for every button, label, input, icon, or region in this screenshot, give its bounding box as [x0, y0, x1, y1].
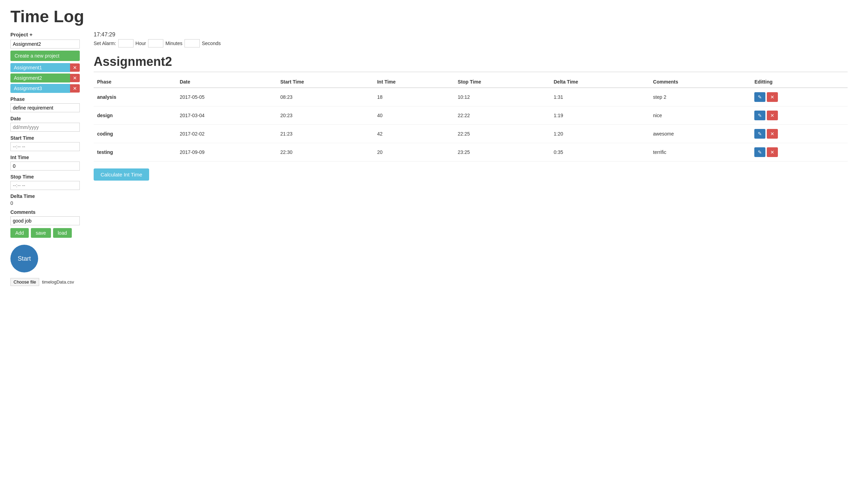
- start-time-label: Start Time: [10, 135, 80, 141]
- int-time-input[interactable]: [10, 162, 80, 171]
- app-title: Time Log: [10, 7, 848, 26]
- project-item: Assignment3✕: [10, 84, 80, 93]
- cell-phase: analysis: [94, 88, 176, 106]
- date-input[interactable]: [10, 123, 80, 132]
- delta-time-label: Delta Time: [10, 193, 80, 199]
- project-name-input[interactable]: [10, 40, 80, 49]
- project-delete-button-0[interactable]: ✕: [70, 63, 80, 72]
- stop-time-input[interactable]: [10, 181, 80, 190]
- delta-time-value: 0: [10, 200, 80, 206]
- cell-start_time: 21:23: [277, 125, 374, 143]
- action-cell: ✎✕: [751, 125, 848, 143]
- delete-button-1[interactable]: ✕: [767, 111, 778, 120]
- start-button[interactable]: Start: [10, 245, 38, 272]
- project-delete-button-1[interactable]: ✕: [70, 74, 80, 82]
- cell-delta_time: 0:35: [550, 143, 650, 162]
- project-title: Assignment2: [94, 54, 848, 72]
- cell-stop_time: 10:12: [454, 88, 550, 106]
- cell-int_time: 18: [374, 88, 454, 106]
- action-cell: ✎✕: [751, 106, 848, 125]
- alarm-hour-input[interactable]: [118, 39, 134, 47]
- calculate-int-time-button[interactable]: Calculate Int Time: [94, 168, 149, 181]
- phase-label: Phase: [10, 96, 80, 102]
- edit-button-3[interactable]: ✎: [754, 147, 765, 157]
- cell-stop_time: 22:25: [454, 125, 550, 143]
- cell-date: 2017-05-05: [176, 88, 277, 106]
- comments-input[interactable]: [10, 216, 80, 225]
- project-select-button-0[interactable]: Assignment1: [10, 63, 70, 72]
- cell-comments: step 2: [650, 88, 751, 106]
- table-header-phase: Phase: [94, 76, 176, 88]
- alarm-row: Set Alarm: Hour Minutes Seconds: [94, 39, 848, 47]
- seconds-label: Seconds: [202, 41, 221, 46]
- add-button[interactable]: Add: [10, 228, 29, 238]
- cell-start_time: 22:30: [277, 143, 374, 162]
- cell-start_time: 20:23: [277, 106, 374, 125]
- table-header-delta-time: Delta Time: [550, 76, 650, 88]
- cell-phase: design: [94, 106, 176, 125]
- phase-input[interactable]: [10, 103, 80, 112]
- table-header-editting: Editting: [751, 76, 848, 88]
- main-content: 17:47:29 Set Alarm: Hour Minutes Seconds…: [94, 32, 848, 181]
- alarm-seconds-input[interactable]: [185, 39, 200, 47]
- start-time-input[interactable]: [10, 142, 80, 151]
- project-section-title: Project +: [10, 32, 80, 37]
- cell-delta_time: 1:19: [550, 106, 650, 125]
- table-header-row: PhaseDateStart TimeInt TimeStop TimeDelt…: [94, 76, 848, 88]
- cell-int_time: 42: [374, 125, 454, 143]
- project-list: Assignment1✕Assignment2✕Assignment3✕: [10, 63, 80, 93]
- bottom-buttons: Add save load: [10, 228, 80, 238]
- table-header-date: Date: [176, 76, 277, 88]
- cell-comments: awesome: [650, 125, 751, 143]
- project-item: Assignment2✕: [10, 73, 80, 82]
- edit-button-0[interactable]: ✎: [754, 92, 765, 102]
- cell-start_time: 08:23: [277, 88, 374, 106]
- cell-int_time: 20: [374, 143, 454, 162]
- delete-button-3[interactable]: ✕: [767, 147, 778, 157]
- alarm-label: Set Alarm:: [94, 41, 116, 46]
- table-header-start-time: Start Time: [277, 76, 374, 88]
- choose-file-button[interactable]: Choose file: [10, 278, 39, 286]
- table-body: analysis2017-05-0508:231810:121:31step 2…: [94, 88, 848, 162]
- action-cell: ✎✕: [751, 88, 848, 106]
- cell-date: 2017-02-02: [176, 125, 277, 143]
- cell-stop_time: 23:25: [454, 143, 550, 162]
- sidebar: Project + Create a new project Assignmen…: [10, 32, 80, 286]
- table-row: coding2017-02-0221:234222:251:20awesome✎…: [94, 125, 848, 143]
- table-header-int-time: Int Time: [374, 76, 454, 88]
- delete-button-0[interactable]: ✕: [767, 92, 778, 102]
- table-header-stop-time: Stop Time: [454, 76, 550, 88]
- delete-button-2[interactable]: ✕: [767, 129, 778, 139]
- cell-date: 2017-03-04: [176, 106, 277, 125]
- load-button[interactable]: load: [53, 228, 72, 238]
- cell-phase: coding: [94, 125, 176, 143]
- clock-display: 17:47:29: [94, 32, 848, 38]
- time-log-table: PhaseDateStart TimeInt TimeStop TimeDelt…: [94, 76, 848, 162]
- table-header-comments: Comments: [650, 76, 751, 88]
- project-item: Assignment1✕: [10, 63, 80, 72]
- save-button[interactable]: save: [31, 228, 51, 238]
- date-label: Date: [10, 116, 80, 121]
- table-row: analysis2017-05-0508:231810:121:31step 2…: [94, 88, 848, 106]
- edit-button-2[interactable]: ✎: [754, 129, 765, 139]
- table-row: design2017-03-0420:234022:221:19nice✎✕: [94, 106, 848, 125]
- project-select-button-1[interactable]: Assignment2: [10, 73, 70, 82]
- file-row: Choose file timelogData.csv: [10, 278, 80, 286]
- cell-delta_time: 1:20: [550, 125, 650, 143]
- cell-date: 2017-09-09: [176, 143, 277, 162]
- cell-phase: testing: [94, 143, 176, 162]
- file-name: timelogData.csv: [42, 279, 74, 285]
- int-time-label: Int Time: [10, 155, 80, 160]
- create-project-button[interactable]: Create a new project: [10, 51, 80, 61]
- project-delete-button-2[interactable]: ✕: [70, 84, 80, 93]
- cell-delta_time: 1:31: [550, 88, 650, 106]
- project-select-button-2[interactable]: Assignment3: [10, 84, 70, 93]
- hour-label: Hour: [136, 41, 146, 46]
- comments-label: Comments: [10, 209, 80, 215]
- cell-comments: terrific: [650, 143, 751, 162]
- table-row: testing2017-09-0922:302023:250:35terrifi…: [94, 143, 848, 162]
- edit-button-1[interactable]: ✎: [754, 111, 765, 120]
- alarm-minutes-input[interactable]: [148, 39, 163, 47]
- cell-stop_time: 22:22: [454, 106, 550, 125]
- cell-comments: nice: [650, 106, 751, 125]
